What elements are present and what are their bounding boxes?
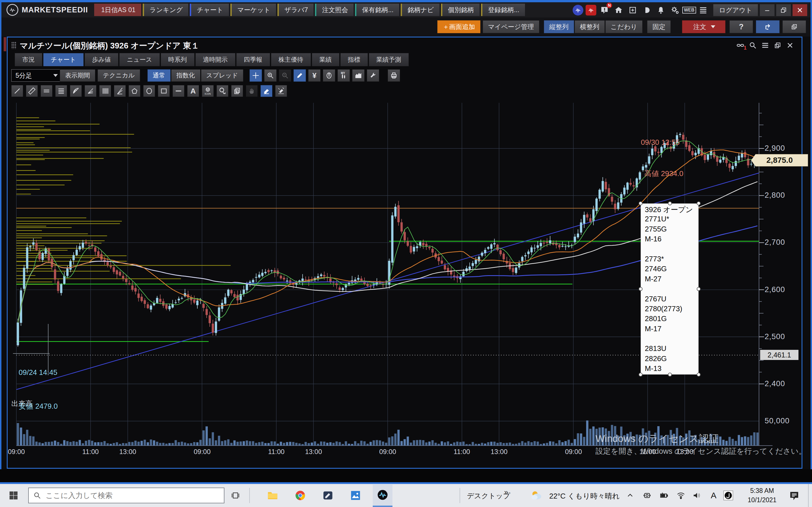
y-axis-label: 2,800 [765, 191, 785, 200]
x-axis-label: 11:00 [82, 448, 99, 456]
weather-text[interactable]: 22°C くもり時々晴れ [549, 491, 620, 501]
resize-handle[interactable] [639, 373, 643, 377]
x-axis-label: 09:00 [194, 448, 211, 456]
search-input[interactable] [45, 491, 204, 500]
resize-handle[interactable] [668, 202, 672, 205]
resize-handle[interactable] [668, 373, 672, 377]
low-marker-vline [48, 324, 49, 375]
resize-handle[interactable] [697, 373, 701, 377]
battery-icon[interactable] [656, 484, 672, 507]
weather-icon[interactable] [527, 484, 546, 507]
y-axis-label: 2,700 [765, 238, 785, 247]
speaker-icon[interactable] [689, 484, 704, 507]
x-axis-label: 09:00 [8, 448, 25, 456]
show-desktop-strip[interactable] [808, 484, 809, 507]
resize-handle[interactable] [639, 202, 643, 205]
wifi-icon[interactable] [673, 484, 689, 507]
clock-time: 5:38 AM [741, 486, 783, 496]
x-axis-label: 13:00 [119, 448, 136, 456]
low-annotation: 09/24 14:45 安値 2479.0 [18, 344, 58, 434]
marketspeed-taskbar-icon[interactable] [373, 484, 393, 507]
taskbar-search[interactable] [28, 488, 224, 503]
photos-app-icon[interactable] [346, 484, 365, 507]
x-axis-label: 13:00 [305, 448, 322, 456]
toolbar-expand-icon[interactable]: » [504, 488, 508, 497]
taskbar-separator [249, 488, 250, 503]
resize-handle[interactable] [697, 287, 701, 291]
clock-date: 10/1/2021 [741, 496, 783, 505]
high-annotation: 09/30 12:55 高値 2934.0 [641, 116, 683, 200]
taskbar-separator [460, 488, 460, 503]
resize-handle[interactable] [639, 287, 643, 291]
tray-expand-icon[interactable] [622, 484, 638, 507]
chrome-icon[interactable] [290, 484, 310, 507]
x-axis-label: 09:00 [565, 448, 582, 456]
file-explorer-icon[interactable] [263, 484, 283, 507]
screen: MARKETSPEEDII 1日信AS 01 ランキング チャート マーケット … [0, 0, 812, 507]
marked-level-badge: 2,461.1 [760, 350, 799, 360]
taskbar-clock[interactable]: 5:38 AM 10/1/2021 [741, 486, 783, 505]
start-button[interactable] [0, 484, 27, 507]
cast-icon[interactable] [640, 484, 655, 507]
chart-note-box[interactable]: 3926 オープン 2771U* 2755G M-16 2773* 2746G … [641, 203, 699, 375]
current-price-badge: 2,875.0 [751, 154, 808, 166]
y-axis-label: 2,500 [765, 332, 785, 341]
ime-mode-icon[interactable]: A [706, 484, 721, 507]
x-axis-label: 11:00 [268, 448, 285, 456]
windows-activation-watermark-sub: 設定を開き、Windows のライセンス認証を行ってください。 [596, 446, 806, 456]
low-marker-hline [13, 353, 50, 354]
desktop-toolbar-label[interactable]: デスクトップ [467, 491, 510, 501]
y-axis-label: 2,600 [765, 285, 785, 294]
action-center-icon[interactable] [786, 484, 802, 507]
x-axis-label: 13:00 [491, 448, 507, 456]
volume-axis-label: 50,000 [765, 416, 790, 425]
mail-app-icon[interactable] [318, 484, 338, 507]
task-view-icon[interactable] [225, 484, 245, 507]
search-icon [33, 492, 41, 499]
y-axis-label: 2,900 [765, 144, 785, 153]
x-axis-label: 09:00 [379, 448, 396, 456]
windows-activation-watermark: Windows のライセンス認証 [596, 432, 719, 445]
resize-handle[interactable] [697, 202, 701, 205]
ime-lang-icon[interactable] [721, 484, 736, 507]
status-bar: Rakuten 楽天証券 10/01 05:38 Interval [0, 469, 812, 482]
x-axis-label: 11:00 [454, 448, 470, 456]
y-axis-label: 2,400 [765, 379, 785, 388]
